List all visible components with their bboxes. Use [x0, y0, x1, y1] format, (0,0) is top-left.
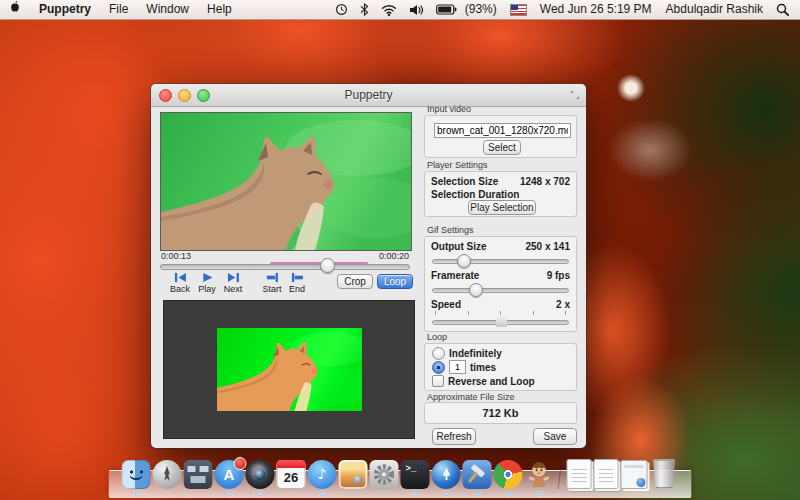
desktop: Puppetry File Window Help [0, 0, 800, 500]
timeline-track[interactable] [160, 264, 410, 270]
time-current: 0:00:13 [161, 251, 191, 261]
finder-icon [122, 460, 151, 489]
dock-finder[interactable] [122, 460, 151, 489]
dock-downloads-stack[interactable] [621, 460, 648, 489]
window-titlebar[interactable]: Puppetry [151, 84, 586, 107]
trash-icon [653, 459, 676, 488]
play-selection-button[interactable]: Play Selection [468, 200, 536, 215]
loop-times-option[interactable]: times [432, 360, 496, 374]
radio-selected-icon[interactable] [432, 361, 445, 374]
input-video-label: Input video [427, 104, 471, 114]
gif-preview-frame [217, 328, 362, 411]
wifi-menu[interactable] [376, 0, 402, 19]
dock-documents-stack[interactable] [567, 459, 592, 489]
running-indicator [227, 492, 231, 496]
output-size-slider[interactable] [432, 259, 569, 264]
search-icon [776, 3, 789, 16]
battery-menu[interactable] [431, 0, 462, 19]
dock-itunes[interactable] [308, 460, 337, 489]
bluetooth-menu[interactable] [355, 0, 374, 19]
loop-indefinitely-option[interactable]: Indefinitely [432, 347, 502, 360]
apple-menu[interactable] [0, 0, 30, 20]
menu-help[interactable]: Help [198, 0, 241, 19]
framerate-slider[interactable] [432, 288, 569, 293]
dock-launchpad[interactable] [153, 460, 182, 489]
timeline-thumb[interactable] [320, 258, 335, 273]
time-machine-menu[interactable] [330, 0, 353, 19]
dock-xcode[interactable] [463, 460, 492, 489]
dock: 26 [109, 453, 692, 498]
dock-camera-app[interactable] [246, 460, 275, 489]
user-menu[interactable]: Abdulqadir Rashik [660, 0, 769, 19]
select-button[interactable]: Select [483, 140, 521, 155]
menu-app-name[interactable]: Puppetry [30, 0, 100, 19]
filename-input[interactable] [434, 123, 571, 138]
puppetry-window: Puppetry 0:00:13 0:00:20 [151, 84, 586, 448]
speed-slider-thumb[interactable] [496, 314, 507, 327]
reverse-loop-option[interactable]: Reverse and Loop [432, 375, 535, 387]
iphoto-icon [339, 460, 368, 489]
timeline: 0:00:13 0:00:20 [160, 251, 410, 273]
volume-menu[interactable] [404, 0, 429, 19]
loop-times-input[interactable] [449, 360, 466, 374]
dock-terminal[interactable] [401, 460, 430, 489]
battery-percent: (93%) [464, 0, 503, 19]
save-button[interactable]: Save [533, 428, 577, 445]
launchpad-rocket-icon [153, 460, 182, 489]
calendar-icon: 26 [277, 460, 306, 489]
output-size-value: 250 x 141 [526, 241, 571, 252]
clock-icon [335, 3, 348, 16]
dock-calendar[interactable]: 26 [277, 460, 306, 489]
step-forward-icon [227, 272, 240, 283]
wifi-icon [381, 4, 397, 16]
file-size-value: 712 Kb [425, 403, 576, 423]
dock-trash[interactable] [650, 459, 679, 489]
menu-clock[interactable]: Wed Jun 26 5:19 PM [534, 0, 658, 19]
loop-toggle-button[interactable]: Loop [377, 274, 413, 289]
running-indicator [537, 492, 541, 496]
menu-file[interactable]: File [100, 0, 137, 19]
file-size-label: Approximate File Size [427, 392, 515, 402]
panel-stack-icon [621, 460, 648, 489]
loop-box: Indefinitely times Reverse and Loop [424, 343, 577, 391]
dock-iphoto[interactable] [339, 460, 368, 489]
zoom-button[interactable] [197, 89, 210, 102]
selection-end-button[interactable]: End [282, 272, 312, 294]
input-source-menu[interactable] [505, 0, 532, 19]
us-flag-icon [510, 4, 527, 16]
mission-control-icon [184, 460, 213, 489]
close-button[interactable] [159, 89, 172, 102]
running-indicator [413, 492, 417, 496]
dock-separator [558, 457, 562, 489]
fullscreen-icon[interactable] [570, 90, 580, 100]
framerate-slider-thumb[interactable] [469, 283, 483, 297]
dock-chrome[interactable] [494, 460, 523, 489]
next-button[interactable]: Next [218, 272, 248, 294]
menu-bar: Puppetry File Window Help [0, 0, 800, 20]
volume-icon [409, 4, 424, 16]
running-indicator [258, 492, 262, 496]
minimize-button[interactable] [178, 89, 191, 102]
running-indicator [320, 492, 324, 496]
output-size-slider-thumb[interactable] [457, 254, 471, 268]
radio-unselected-icon[interactable] [432, 347, 445, 360]
back-button[interactable]: Back [165, 272, 195, 294]
refresh-button[interactable]: Refresh [432, 428, 476, 445]
spotlight-menu[interactable] [771, 0, 794, 19]
dock-blue-sphere-app[interactable] [432, 460, 461, 489]
gif-preview-area [163, 300, 415, 439]
dock-app-store[interactable] [215, 460, 244, 489]
running-indicator [506, 492, 510, 496]
dock-puppetry[interactable] [525, 460, 554, 489]
checkbox-unchecked-icon[interactable] [432, 375, 444, 387]
selection-size-label: Selection Size [431, 176, 498, 187]
chrome-icon [494, 460, 523, 489]
dock-system-preferences[interactable] [370, 460, 399, 489]
gear-icon [370, 460, 399, 489]
crop-button[interactable]: Crop [337, 274, 373, 289]
dock-mission-control[interactable] [184, 460, 213, 489]
menu-window[interactable]: Window [137, 0, 198, 19]
video-player[interactable] [160, 112, 412, 251]
dock-documents-stack-2[interactable] [594, 459, 619, 489]
document-stack-icon [567, 459, 592, 489]
